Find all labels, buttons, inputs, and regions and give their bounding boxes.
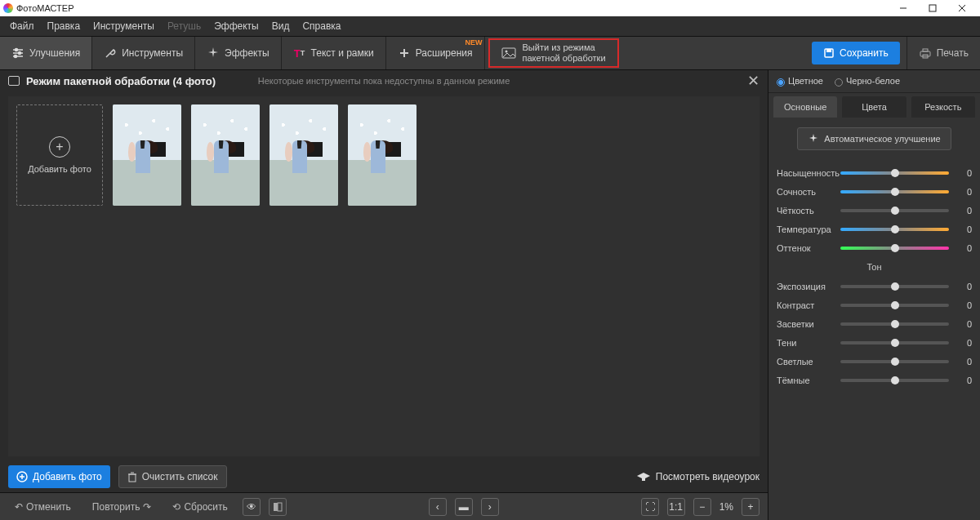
slider-row: Тёмные0 <box>777 371 972 389</box>
redo-button[interactable]: Повторить↷ <box>86 497 158 517</box>
slider-value: 0 <box>954 243 972 253</box>
slider-track[interactable] <box>840 285 949 288</box>
slider-track[interactable] <box>840 209 949 212</box>
slider-track[interactable] <box>840 341 949 344</box>
graduation-icon <box>636 472 651 482</box>
tab-extensions[interactable]: NEW Расширения <box>386 37 485 69</box>
tab-colors[interactable]: Цвета <box>842 96 906 118</box>
slider-row: Температура0 <box>777 220 972 238</box>
batch-title: Режим пакетной обработки (4 фото) <box>26 75 216 87</box>
nav-prev-button[interactable]: ‹ <box>429 498 447 516</box>
undo-button[interactable]: ↶Отменить <box>8 497 78 517</box>
maximize-button[interactable] <box>918 0 947 16</box>
menu-effects[interactable]: Эффекты <box>209 19 264 33</box>
menu-edit[interactable]: Правка <box>42 19 86 33</box>
printer-icon <box>919 47 932 59</box>
slider-label: Тёмные <box>777 376 835 385</box>
stack-icon <box>8 76 20 86</box>
slider-label: Оттенок <box>777 243 835 253</box>
nav-folder-button[interactable]: ▬ <box>455 498 473 516</box>
menu-tools[interactable]: Инструменты <box>88 19 159 33</box>
slider-track[interactable] <box>840 360 949 363</box>
slider-thumb-icon[interactable] <box>891 301 899 309</box>
reset-label: Сбросить <box>184 501 227 513</box>
tab-basic[interactable]: Основные <box>773 96 837 118</box>
nav-next-button[interactable]: › <box>481 498 499 516</box>
print-button[interactable]: Печать <box>906 37 980 69</box>
tab-tools[interactable]: Инструменты <box>92 37 195 69</box>
sliders-icon <box>11 47 24 60</box>
app-logo-icon <box>3 3 13 13</box>
add-photo-button[interactable]: Добавить фото <box>8 465 110 488</box>
slider-track[interactable] <box>840 379 949 382</box>
thumbnail-4[interactable] <box>348 104 416 206</box>
slider-thumb-icon[interactable] <box>891 282 899 291</box>
tab-effects[interactable]: Эффекты <box>195 37 282 69</box>
save-button[interactable]: Сохранить <box>812 42 900 64</box>
slider-track[interactable] <box>840 228 949 231</box>
radio-color[interactable]: Цветное <box>777 76 823 86</box>
group-tone: Тон <box>768 257 980 273</box>
tab-sharp[interactable]: Резкость <box>911 96 975 118</box>
minimize-button[interactable] <box>889 0 918 16</box>
slider-value: 0 <box>954 224 972 234</box>
slider-thumb-icon[interactable] <box>891 358 899 366</box>
slider-value: 0 <box>954 338 972 348</box>
svg-point-8 <box>19 52 21 55</box>
app-window: ФотоМАСТЕР Файл Правка Инструменты Ретуш… <box>0 0 980 520</box>
sparkle-icon <box>207 47 220 60</box>
fit-icon: ⛶ <box>645 501 655 513</box>
tone-sliders: Экспозиция0Контраст0Засветки0Тени0Светлы… <box>768 273 980 389</box>
plus-icon <box>398 47 411 60</box>
thumbnail-2[interactable] <box>191 104 260 206</box>
eye-button[interactable]: 👁 <box>243 498 261 516</box>
save-label: Сохранить <box>840 47 889 59</box>
eye-icon: 👁 <box>247 501 256 513</box>
slider-thumb-icon[interactable] <box>891 339 899 347</box>
exit-batch-button[interactable]: Выйти из режима пакетной обработки <box>488 38 619 68</box>
slider-thumb-icon[interactable] <box>891 244 899 252</box>
compare-button[interactable] <box>269 498 287 516</box>
radio-bw[interactable]: Черно-белое <box>835 76 900 86</box>
menu-file[interactable]: Файл <box>5 19 39 33</box>
slider-track[interactable] <box>840 322 949 326</box>
reset-button[interactable]: ⟲Сбросить <box>166 497 234 517</box>
clear-list-button[interactable]: Очистить список <box>118 465 227 488</box>
ratio-button[interactable]: 1:1 <box>667 498 685 516</box>
fit-button[interactable]: ⛶ <box>641 498 659 516</box>
slider-thumb-icon[interactable] <box>891 320 899 328</box>
slider-track[interactable] <box>840 304 949 307</box>
slider-thumb-icon[interactable] <box>891 169 899 177</box>
zoom-in-button[interactable]: + <box>742 498 760 516</box>
slider-thumb-icon[interactable] <box>891 225 899 233</box>
slider-track[interactable] <box>840 171 949 175</box>
menu-help[interactable]: Справка <box>297 19 345 33</box>
add-photo-card[interactable]: + Добавить фото <box>16 104 103 206</box>
slider-track[interactable] <box>840 190 949 193</box>
auto-enhance-button[interactable]: Автоматическое улучшение <box>797 127 951 150</box>
thumbnail-1[interactable] <box>113 104 181 206</box>
redo-icon: ↷ <box>143 501 151 513</box>
save-icon <box>823 47 835 59</box>
tab-effects-label: Эффекты <box>225 47 270 59</box>
thumbnail-gallery: + Добавить фото <box>8 96 760 456</box>
zoom-out-button[interactable]: − <box>693 498 711 516</box>
menu-view[interactable]: Вид <box>267 19 295 33</box>
tab-basic-label: Основные <box>784 102 826 112</box>
tab-improve[interactable]: Улучшения <box>0 37 92 69</box>
slider-thumb-icon[interactable] <box>891 207 899 215</box>
close-batch-button[interactable]: ✕ <box>747 72 760 90</box>
slider-thumb-icon[interactable] <box>891 188 899 196</box>
slider-label: Засветки <box>777 319 835 329</box>
thumbnail-3[interactable] <box>270 104 338 206</box>
watch-video-link[interactable]: Посмотреть видеоурок <box>636 471 760 482</box>
slider-thumb-icon[interactable] <box>891 376 899 384</box>
slider-track[interactable] <box>840 247 949 250</box>
svg-rect-23 <box>129 474 136 482</box>
tab-text[interactable]: TT Текст и рамки <box>282 37 386 69</box>
svg-rect-28 <box>274 503 278 511</box>
wrench-icon <box>104 47 117 60</box>
new-badge: NEW <box>466 38 483 47</box>
close-window-button[interactable] <box>947 0 977 16</box>
slider-value: 0 <box>954 319 972 329</box>
